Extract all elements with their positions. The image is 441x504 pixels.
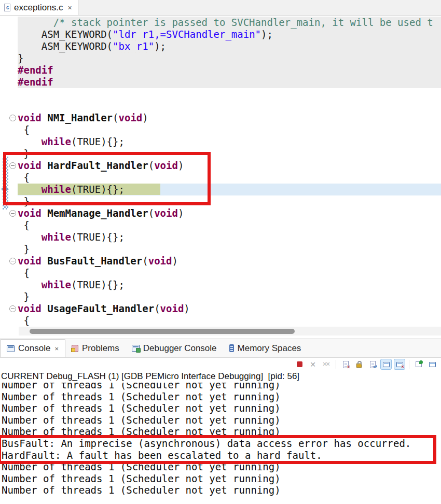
console-line: Number of threads 1 (Scheduler not yet r… bbox=[2, 461, 441, 473]
code-gutter bbox=[0, 255, 18, 267]
memory-spaces-icon bbox=[229, 344, 234, 352]
close-tab-icon[interactable]: × bbox=[54, 345, 59, 353]
code-line[interactable]: { bbox=[0, 315, 441, 327]
console-tabbar: Console×ProblemsDebugger ConsoleMemory S… bbox=[0, 339, 441, 358]
remove-launch-icon: ✕ bbox=[310, 361, 316, 368]
code-line[interactable]: ASM_KEYWORD("ldr r1,=SVCHandler_main"); bbox=[0, 29, 441, 40]
clear-console-button[interactable] bbox=[340, 359, 351, 370]
code-line[interactable]: { bbox=[0, 124, 441, 136]
code-line[interactable]: while(TRUE){}; bbox=[0, 279, 441, 291]
code-gutter bbox=[0, 291, 18, 303]
code-line[interactable]: } bbox=[0, 148, 441, 160]
fold-minus-icon[interactable] bbox=[9, 210, 16, 217]
word-wrap-button[interactable] bbox=[367, 359, 378, 370]
code-line[interactable]: /* stack pointer is passed to SVCHandler… bbox=[0, 17, 441, 29]
code-line[interactable]: void MemManage_Handler(void) bbox=[0, 207, 441, 219]
code-gutter bbox=[0, 40, 18, 52]
console-line: Number of threads 1 (Scheduler not yet r… bbox=[2, 402, 441, 414]
scroll-lock-button[interactable] bbox=[353, 359, 365, 370]
view-tab-label: Debugger Console bbox=[143, 343, 217, 354]
console-icon bbox=[7, 345, 15, 352]
code-line[interactable]: } bbox=[0, 243, 441, 255]
code-gutter bbox=[0, 303, 18, 315]
code-gutter bbox=[0, 29, 18, 40]
console-line: Number of threads 1 (Scheduler not yet r… bbox=[2, 426, 441, 438]
fold-minus-icon[interactable] bbox=[9, 305, 16, 312]
console-line: BusFault: An imprecise (asynchronous) da… bbox=[2, 438, 441, 450]
code-line[interactable]: } bbox=[0, 52, 441, 64]
toolbar-separator bbox=[409, 360, 409, 369]
display-console-button[interactable] bbox=[426, 359, 438, 370]
console-line: Number of threads 1 (Scheduler not yet r… bbox=[2, 414, 441, 426]
view-tab-console[interactable]: Console× bbox=[0, 339, 65, 357]
fold-minus-icon[interactable] bbox=[9, 162, 16, 169]
word-wrap-icon bbox=[370, 361, 376, 368]
terminate-button[interactable] bbox=[294, 359, 305, 370]
code-line[interactable]: void NMI_Handler(void) bbox=[0, 112, 441, 124]
editor-tab-exceptions[interactable]: exceptions.c × bbox=[0, 0, 78, 15]
code-gutter bbox=[0, 124, 18, 136]
code-line[interactable]: } bbox=[0, 291, 441, 303]
code-line[interactable]: while(TRUE){}; bbox=[0, 184, 441, 195]
instruction-pointer-icon bbox=[2, 187, 9, 192]
code-gutter bbox=[0, 219, 18, 231]
code-line[interactable]: #endif bbox=[0, 64, 441, 76]
horizontal-scrollbar-thumb[interactable] bbox=[30, 329, 295, 334]
pin-console-icon bbox=[416, 361, 422, 367]
code-line[interactable]: { bbox=[0, 219, 441, 231]
fold-minus-icon[interactable] bbox=[9, 258, 16, 264]
view-tab-memory-spaces[interactable]: Memory Spaces bbox=[223, 339, 308, 357]
close-tab-icon[interactable]: × bbox=[68, 4, 72, 12]
code-line[interactable]: ASM_KEYWORD("bx r1"); bbox=[0, 40, 441, 52]
code-line[interactable] bbox=[0, 100, 441, 112]
remove-all-launches-icon: ✕✕ bbox=[322, 361, 330, 367]
console-title: CURRENT Debug_FLASH (1) [GDB PEMicro Int… bbox=[0, 371, 441, 383]
view-tab-label: Problems bbox=[82, 343, 119, 354]
show-console-on-stdout-button[interactable] bbox=[380, 359, 392, 370]
code-area: /* stack pointer is passed to SVCHandler… bbox=[0, 16, 441, 339]
console-line: Number of threads 1 (Scheduler not yet r… bbox=[2, 473, 441, 485]
remove-all-launches-button[interactable]: ✕✕ bbox=[321, 359, 332, 370]
code-gutter bbox=[0, 231, 18, 243]
code-line[interactable]: #endif bbox=[0, 76, 441, 88]
console-output[interactable]: Number of threads 1 (Scheduler not yet r… bbox=[0, 379, 441, 496]
code-line[interactable] bbox=[0, 88, 441, 100]
code-gutter bbox=[0, 76, 18, 88]
c-file-icon bbox=[4, 4, 10, 11]
code-gutter bbox=[0, 17, 18, 29]
show-stderr-icon bbox=[396, 362, 403, 367]
code-line[interactable]: while(TRUE){}; bbox=[0, 231, 441, 243]
toolbar-separator bbox=[336, 360, 336, 369]
view-tab-problems[interactable]: Problems bbox=[65, 339, 126, 357]
code-editor[interactable]: /* stack pointer is passed to SVCHandler… bbox=[0, 16, 441, 339]
code-line[interactable]: void HardFault_Handler(void) bbox=[0, 160, 441, 172]
view-tab-debugger-console[interactable]: Debugger Console bbox=[126, 339, 223, 357]
code-line[interactable]: { bbox=[0, 267, 441, 279]
debugger-console-icon bbox=[132, 345, 140, 352]
fold-minus-icon[interactable] bbox=[9, 115, 16, 121]
code-gutter bbox=[0, 64, 18, 76]
terminate-icon bbox=[297, 361, 302, 367]
pin-console-button[interactable] bbox=[413, 359, 424, 370]
code-gutter bbox=[0, 112, 18, 124]
code-gutter bbox=[0, 88, 18, 100]
console-line: HardFault: A fault has been escalated to… bbox=[2, 450, 441, 461]
code-gutter bbox=[0, 100, 18, 112]
show-console-on-stderr-button[interactable] bbox=[394, 359, 405, 370]
console-line: Number of threads 1 (Scheduler not yet r… bbox=[2, 484, 441, 496]
ide-window: exceptions.c × /* stack pointer is passe… bbox=[0, 0, 441, 504]
code-gutter bbox=[0, 267, 18, 279]
display-console-icon bbox=[429, 362, 436, 367]
console-toolbar: ✕✕✕ bbox=[0, 358, 441, 371]
show-stdout-icon bbox=[383, 362, 390, 367]
code-line[interactable]: while(TRUE){}; bbox=[0, 136, 441, 148]
clear-console-icon bbox=[343, 361, 349, 368]
code-gutter bbox=[0, 136, 18, 148]
code-line[interactable]: void UsageFault_Handler(void) bbox=[0, 303, 441, 315]
code-line[interactable]: { bbox=[0, 172, 441, 184]
remove-launch-button[interactable]: ✕ bbox=[307, 359, 319, 370]
code-line[interactable]: } bbox=[0, 195, 441, 207]
editor-tab-label: exceptions.c bbox=[14, 3, 63, 13]
view-tab-label: Console bbox=[18, 343, 50, 354]
code-line[interactable]: void BusFault_Handler(void) bbox=[0, 255, 441, 267]
